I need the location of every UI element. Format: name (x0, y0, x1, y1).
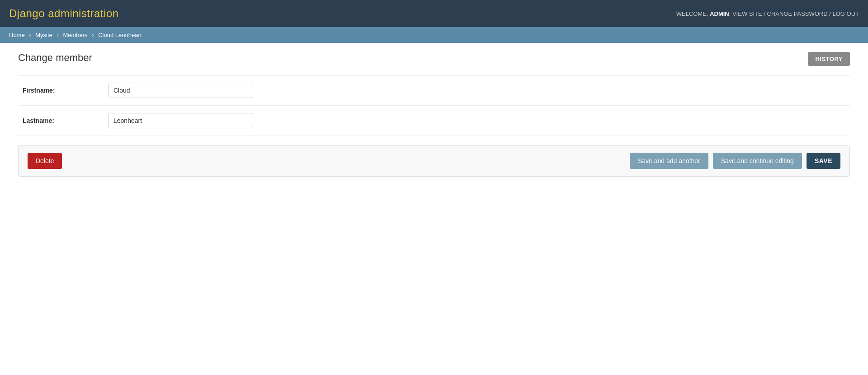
breadcrumb-mysite[interactable]: Mysite (35, 32, 52, 38)
breadcrumb-members[interactable]: Members (63, 32, 87, 38)
lastname-row: Lastname: (18, 106, 850, 136)
separator-2: / (828, 10, 833, 17)
history-button[interactable]: HISTORY (808, 52, 850, 66)
lastname-input[interactable] (108, 113, 253, 128)
separator-1: / (762, 10, 767, 17)
header: Django administration WELCOME, ADMIN. VI… (0, 0, 868, 27)
save-button[interactable]: SAVE (807, 153, 840, 169)
username: ADMIN (710, 10, 729, 17)
form-container: Firstname: Lastname: (18, 75, 850, 136)
delete-button[interactable]: Delete (28, 153, 62, 169)
view-site-link[interactable]: VIEW SITE (732, 10, 762, 17)
breadcrumb-current: Cloud Leonheart (98, 32, 142, 38)
change-password-link[interactable]: CHANGE PASSWORD (767, 10, 828, 17)
user-tools: WELCOME, ADMIN. VIEW SITE / CHANGE PASSW… (676, 10, 859, 17)
branding: Django administration (9, 7, 119, 20)
breadcrumb: Home › Mysite › Members › Cloud Leonhear… (0, 27, 868, 43)
page-header: Change member HISTORY (18, 52, 850, 66)
breadcrumb-separator-2: › (57, 32, 58, 38)
lastname-label: Lastname: (18, 117, 108, 124)
save-and-continue-button[interactable]: Save and continue editing (713, 153, 802, 169)
save-and-add-button[interactable]: Save and add another (630, 153, 708, 169)
log-out-link[interactable]: LOG OUT (832, 10, 859, 17)
firstname-input[interactable] (108, 83, 253, 98)
firstname-label: Firstname: (18, 87, 108, 94)
breadcrumb-separator-1: › (29, 32, 31, 38)
submit-row-right: Save and add another Save and continue e… (630, 153, 840, 169)
submit-row: Delete Save and add another Save and con… (18, 145, 850, 177)
welcome-text: WELCOME, (676, 10, 708, 17)
content-wrapper: Change member HISTORY Firstname: Lastnam… (0, 43, 868, 186)
submit-row-left: Delete (28, 153, 62, 169)
breadcrumb-separator-3: › (92, 32, 94, 38)
site-title: Django administration (9, 7, 119, 20)
page-title: Change member (18, 52, 92, 64)
breadcrumb-home[interactable]: Home (9, 32, 25, 38)
firstname-row: Firstname: (18, 75, 850, 106)
